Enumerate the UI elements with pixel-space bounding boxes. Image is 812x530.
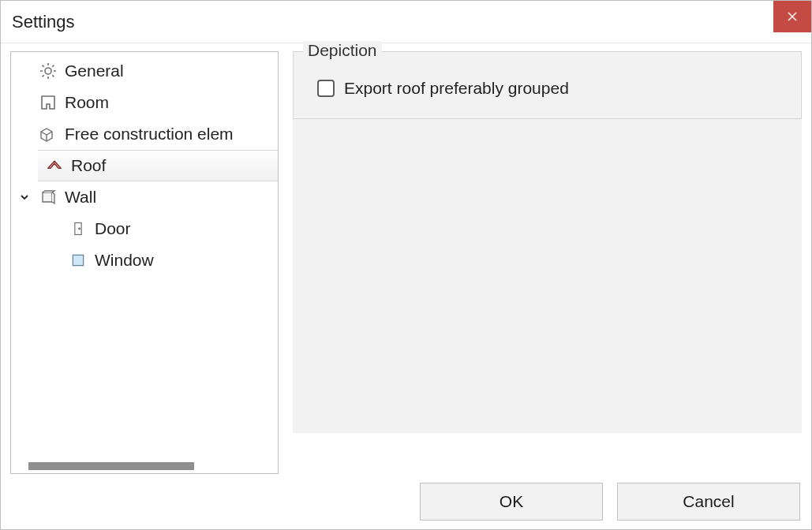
expander-down-icon[interactable] (17, 190, 32, 204)
dialog-body: General Room Free construction elem (1, 43, 811, 474)
tree-item-label: Room (65, 93, 109, 112)
scrollbar-thumb[interactable] (28, 462, 194, 470)
settings-content-panel: Depiction Export roof preferably grouped (293, 51, 802, 433)
window-icon (68, 250, 88, 271)
tree-item-label: Free construction elem (65, 125, 234, 144)
svg-point-2 (45, 68, 51, 74)
tree-item-room[interactable]: Room (11, 87, 278, 118)
room-icon (38, 92, 58, 113)
category-tree-panel: General Room Free construction elem (10, 51, 279, 474)
tree-item-label: Window (95, 251, 154, 270)
dialog-title: Settings (12, 12, 75, 32)
box3d-icon (38, 124, 58, 144)
tree-item-general[interactable]: General (11, 55, 278, 87)
tree-item-free-construction[interactable]: Free construction elem (11, 118, 278, 150)
close-button[interactable] (773, 1, 811, 32)
depiction-group: Depiction Export roof preferably grouped (293, 51, 802, 119)
tree-item-label: Roof (71, 156, 106, 175)
checkbox-label: Export roof preferably grouped (344, 79, 569, 98)
tree-item-wall[interactable]: Wall (11, 181, 278, 213)
gear-icon (38, 61, 58, 81)
groupbox-title: Depiction (303, 41, 382, 60)
export-roof-grouped-row[interactable]: Export roof preferably grouped (317, 79, 787, 98)
tree-item-label: General (65, 62, 124, 80)
tree-item-roof[interactable]: Roof (38, 150, 278, 181)
category-tree[interactable]: General Room Free construction elem (11, 52, 278, 459)
ok-button[interactable]: OK (420, 483, 603, 521)
titlebar: Settings (1, 1, 811, 43)
tree-item-label: Wall (65, 188, 96, 207)
export-roof-grouped-checkbox[interactable] (317, 80, 335, 97)
roof-icon (44, 155, 65, 176)
dialog-footer: OK Cancel (1, 474, 811, 529)
door-icon (68, 218, 88, 239)
close-icon (788, 12, 797, 21)
tree-horizontal-scrollbar[interactable] (11, 459, 278, 473)
tree-item-label: Door (95, 219, 131, 238)
svg-point-4 (79, 228, 80, 230)
settings-dialog: Settings General (0, 0, 812, 530)
tree-item-window[interactable]: Window (11, 244, 278, 276)
tree-item-door[interactable]: Door (11, 213, 278, 244)
wall-icon (38, 187, 58, 207)
svg-rect-5 (73, 255, 83, 265)
cancel-button[interactable]: Cancel (617, 483, 800, 521)
